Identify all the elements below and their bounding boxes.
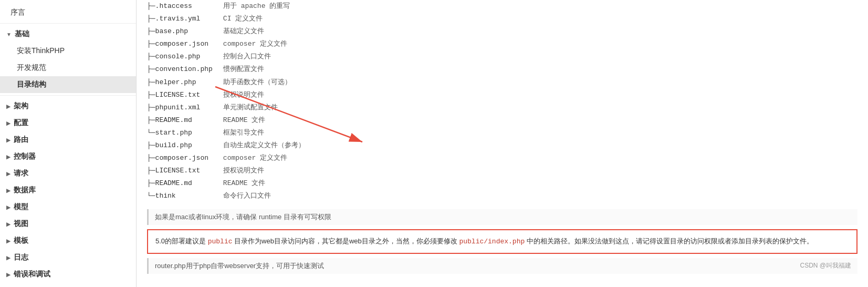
file-desc: 框架引导文件 xyxy=(223,127,305,139)
sidebar-section-request[interactable]: ▶ 请求 xyxy=(0,165,136,182)
sidebar-item-devstandard[interactable]: 开发规范 xyxy=(0,59,136,76)
sidebar-section-route[interactable]: ▶ 路由 xyxy=(0,131,136,148)
csdn-watermark: CSDN @叫我福建 xyxy=(800,261,851,270)
file-desc: 授权说明文件 xyxy=(223,89,305,101)
file-desc: README 文件 xyxy=(223,114,305,127)
file-row: ├─.travis.yml CI 定义文件 xyxy=(147,13,305,25)
sidebar-item-dirstructure[interactable]: 目录结构 xyxy=(0,76,136,93)
file-desc: 单元测试配置文件 xyxy=(223,101,305,114)
runtime-note: 如果是mac或者linux环境，请确保 runtime 目录有可写权限 xyxy=(147,209,857,225)
file-desc: composer 定义文件 xyxy=(223,38,305,50)
file-desc: 控制台入口文件 xyxy=(223,50,305,63)
sidebar-item-preface[interactable]: 序言 xyxy=(0,4,136,21)
file-row: ├─README.md README 文件 xyxy=(147,177,305,190)
file-path: ├─README.md xyxy=(147,114,223,127)
file-desc: composer 定义文件 xyxy=(223,152,305,165)
file-desc: 授权说明文件 xyxy=(223,165,305,177)
file-desc: 惯例配置文件 xyxy=(223,63,305,76)
file-row: ├─base.php 基础定义文件 xyxy=(147,25,305,38)
sidebar-divider-2 xyxy=(0,95,136,96)
sidebar-section-controller[interactable]: ▶ 控制器 xyxy=(0,148,136,165)
chevron-right-icon: ▶ xyxy=(6,221,11,227)
file-row: ├─composer.json composer 定义文件 xyxy=(147,152,305,165)
bottom-note-text: router.php用于php自带webserver支持，可用于快速测试 xyxy=(155,261,324,271)
sidebar-item-label: 控制器 xyxy=(14,152,36,161)
file-desc: CI 定义文件 xyxy=(223,13,305,25)
sidebar-item-label: 序言 xyxy=(11,8,25,17)
sidebar-item-label: 路由 xyxy=(14,135,28,145)
chevron-right-icon: ▶ xyxy=(6,104,11,109)
chevron-right-icon: ▶ xyxy=(6,188,11,193)
file-path: └─start.php xyxy=(147,127,223,139)
file-path: ├─LICENSE.txt xyxy=(147,89,223,101)
file-row: ├─build.php 自动生成定义文件（参考） xyxy=(147,139,305,152)
sidebar-item-label: 请求 xyxy=(14,169,28,178)
code-public: public xyxy=(208,238,233,245)
file-path: ├─.htaccess xyxy=(147,0,223,13)
chevron-right-icon: ▶ xyxy=(6,154,11,160)
sidebar-section-log[interactable]: ▶ 日志 xyxy=(0,249,136,266)
file-row: ├─LICENSE.txt 授权说明文件 xyxy=(147,165,305,177)
file-row: ├─LICENSE.txt 授权说明文件 xyxy=(147,89,305,101)
sidebar-item-label: 错误和调试 xyxy=(14,270,50,279)
file-row: └─start.php 框架引导文件 xyxy=(147,127,305,139)
file-row: └─think 命令行入口文件 xyxy=(147,190,305,202)
sidebar-section-model[interactable]: ▶ 模型 xyxy=(0,199,136,216)
file-path: ├─README.md xyxy=(147,177,223,190)
file-path: ├─composer.json xyxy=(147,152,223,165)
sidebar-item-label: 配置 xyxy=(14,118,28,128)
sidebar-item-label: 架构 xyxy=(14,101,28,111)
file-path: ├─.travis.yml xyxy=(147,13,223,25)
file-row: ├─helper.php 助手函数文件（可选） xyxy=(147,76,305,89)
file-path: ├─build.php xyxy=(147,139,223,152)
chevron-right-icon: ▶ xyxy=(6,204,11,210)
bottom-note: router.php用于php自带webserver支持，可用于快速测试 CSD… xyxy=(147,258,857,274)
sidebar-item-label: 模型 xyxy=(14,202,28,212)
sidebar-section-basics[interactable]: ▼ 基础 xyxy=(0,26,136,43)
sidebar-section-validation[interactable]: ▶ 验证 xyxy=(0,283,136,287)
arrow-annotation-container: ├─.htaccess 用于 apache 的重写 ├─.travis.yml … xyxy=(147,0,857,203)
sidebar-item-label: 安装ThinkPHP xyxy=(17,46,65,56)
highlight-text: 5.0的部署建议是 public 目录作为web目录访问内容，其它都是web目录… xyxy=(155,237,813,245)
file-desc: 命令行入口文件 xyxy=(223,190,305,202)
sidebar-item-label: 开发规范 xyxy=(17,63,46,73)
file-desc: 用于 apache 的重写 xyxy=(223,0,305,13)
sidebar-section-label: 基础 xyxy=(15,29,29,39)
file-path: └─think xyxy=(147,190,223,202)
chevron-down-icon: ▼ xyxy=(6,32,12,37)
file-path: ├─LICENSE.txt xyxy=(147,165,223,177)
sidebar-section-template[interactable]: ▶ 模板 xyxy=(0,232,136,249)
chevron-right-icon: ▶ xyxy=(6,255,11,261)
sidebar-item-label: 视图 xyxy=(14,219,28,229)
chevron-right-icon: ▶ xyxy=(6,171,11,177)
runtime-note-text: 如果是mac或者linux环境，请确保 runtime 目录有可写权限 xyxy=(155,213,331,221)
sidebar-item-label: 目录结构 xyxy=(17,80,46,89)
code-path: public/index.php xyxy=(459,238,525,245)
file-row: ├─phpunit.xml 单元测试配置文件 xyxy=(147,101,305,114)
file-tree: ├─.htaccess 用于 apache 的重写 ├─.travis.yml … xyxy=(147,0,857,203)
file-path: ├─phpunit.xml xyxy=(147,101,223,114)
chevron-right-icon: ▶ xyxy=(6,238,11,244)
sidebar-section-view[interactable]: ▶ 视图 xyxy=(0,216,136,232)
file-path: ├─helper.php xyxy=(147,76,223,89)
main-content: ├─.htaccess 用于 apache 的重写 ├─.travis.yml … xyxy=(137,0,868,287)
sidebar-section-database[interactable]: ▶ 数据库 xyxy=(0,182,136,199)
chevron-right-icon: ▶ xyxy=(6,120,11,126)
file-desc: 自动生成定义文件（参考） xyxy=(223,139,305,152)
file-row: ├─.htaccess 用于 apache 的重写 xyxy=(147,0,305,13)
sidebar: 序言 ▼ 基础 安装ThinkPHP 开发规范 目录结构 ▶ 架构 ▶ 配置 ▶… xyxy=(0,0,137,287)
file-path: ├─base.php xyxy=(147,25,223,38)
sidebar-item-label: 模板 xyxy=(14,236,28,245)
highlight-box: 5.0的部署建议是 public 目录作为web目录访问内容，其它都是web目录… xyxy=(147,229,857,254)
file-row: ├─README.md README 文件 xyxy=(147,114,305,127)
file-row: ├─composer.json composer 定义文件 xyxy=(147,38,305,50)
sidebar-section-arch[interactable]: ▶ 架构 xyxy=(0,98,136,115)
sidebar-section-config[interactable]: ▶ 配置 xyxy=(0,115,136,131)
file-path: ├─convention.php xyxy=(147,63,223,76)
sidebar-item-install[interactable]: 安装ThinkPHP xyxy=(0,43,136,59)
chevron-right-icon: ▶ xyxy=(6,272,11,278)
sidebar-section-debug[interactable]: ▶ 错误和调试 xyxy=(0,266,136,283)
sidebar-divider xyxy=(0,23,136,24)
sidebar-item-label: 日志 xyxy=(14,253,28,262)
file-desc: README 文件 xyxy=(223,177,305,190)
